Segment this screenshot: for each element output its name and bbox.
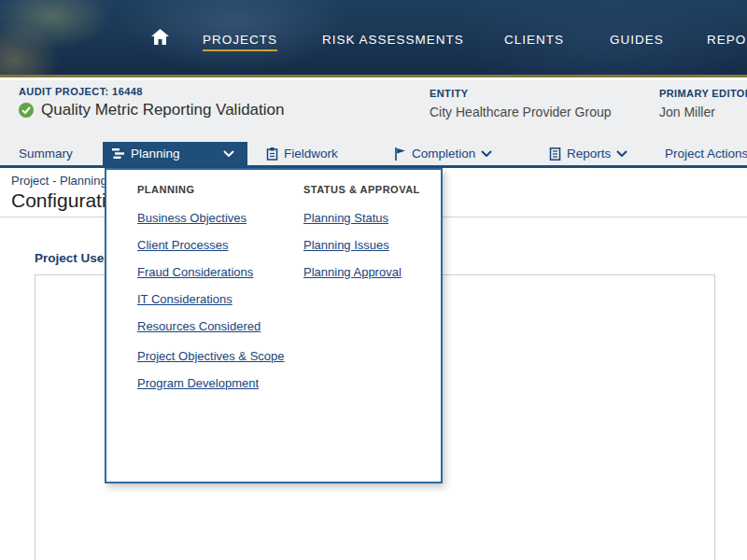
- menu-item-program-development[interactable]: Program Development: [137, 376, 296, 391]
- project-header: AUDIT PROJECT: 16448 Quality Metric Repo…: [0, 80, 747, 142]
- project-title: Quality Metric Reporting Validation: [41, 101, 284, 119]
- status-check-icon: [19, 103, 34, 118]
- nav-item-projects[interactable]: PROJECTS: [203, 33, 277, 51]
- tab-reports[interactable]: Reports: [549, 142, 627, 165]
- tab-completion-label: Completion: [412, 147, 475, 161]
- dropdown-column-status-approval: STATUS & APPROVAL Planning Status Planni…: [303, 184, 434, 292]
- primary-editor-label: PRIMARY EDITOR: [659, 88, 747, 99]
- nav-item-risk-assessments[interactable]: RISK ASSESSMENTS: [322, 33, 464, 47]
- tab-reports-label: Reports: [567, 147, 611, 161]
- project-users-label: Project Users: [35, 251, 116, 265]
- top-nav: PROJECTS RISK ASSESSMENTS CLIENTS GUIDES…: [0, 0, 747, 77]
- tab-fieldwork[interactable]: Fieldwork: [266, 142, 338, 165]
- completion-flag-icon: [394, 147, 406, 161]
- tab-completion[interactable]: Completion: [394, 142, 492, 165]
- nav-item-clients[interactable]: CLIENTS: [504, 33, 564, 47]
- dropdown-column-planning: PLANNING Business Objectives Client Proc…: [137, 184, 296, 403]
- menu-item-business-objectives[interactable]: Business Objectives: [137, 211, 296, 226]
- nav-item-guides[interactable]: GUIDES: [610, 33, 664, 47]
- menu-item-planning-status[interactable]: Planning Status: [303, 211, 434, 226]
- menu-item-it-considerations[interactable]: IT Considerations: [137, 292, 296, 307]
- nav-item-reports[interactable]: REPORTS: [707, 33, 747, 47]
- dropdown-header-status-approval: STATUS & APPROVAL: [303, 184, 434, 195]
- screen: PROJECTS RISK ASSESSMENTS CLIENTS GUIDES…: [0, 0, 747, 560]
- audit-project-label: AUDIT PROJECT: 16448: [19, 86, 143, 97]
- menu-item-planning-issues[interactable]: Planning Issues: [303, 238, 434, 253]
- menu-item-planning-approval[interactable]: Planning Approval: [303, 265, 434, 280]
- breadcrumb: Project - Planning: [11, 174, 107, 188]
- dropdown-header-planning: PLANNING: [137, 184, 296, 195]
- chevron-down-icon: [223, 150, 234, 157]
- menu-item-resources-considered[interactable]: Resources Considered: [137, 319, 296, 334]
- tab-summary[interactable]: Summary: [19, 142, 73, 165]
- fieldwork-clipboard-icon: [266, 147, 278, 161]
- tab-planning[interactable]: Planning: [103, 142, 247, 165]
- tab-planning-label: Planning: [131, 147, 180, 161]
- menu-item-client-processes[interactable]: Client Processes: [137, 238, 296, 253]
- menu-item-fraud-considerations[interactable]: Fraud Considerations: [137, 265, 296, 280]
- tab-project-actions-label: Project Actions: [665, 147, 747, 161]
- planning-icon: [112, 147, 124, 160]
- home-icon: [151, 29, 169, 45]
- tab-summary-label: Summary: [19, 147, 73, 161]
- planning-dropdown-menu: PLANNING Business Objectives Client Proc…: [105, 168, 443, 483]
- entity-label: ENTITY: [430, 88, 469, 99]
- menu-item-project-objectives-scope[interactable]: Project Objectives & Scope: [137, 349, 296, 364]
- entity-value: City Healthcare Provider Group: [430, 105, 612, 119]
- tab-fieldwork-label: Fieldwork: [284, 147, 338, 161]
- chevron-down-icon: [481, 150, 492, 157]
- reports-document-icon: [549, 147, 561, 161]
- primary-editor-value: Jon Miller: [659, 105, 715, 119]
- project-tab-bar: Summary Planning Fieldwork: [0, 142, 747, 168]
- tab-project-actions[interactable]: Project Actions: [665, 142, 747, 165]
- home-button[interactable]: [151, 29, 169, 49]
- chevron-down-icon: [616, 150, 627, 157]
